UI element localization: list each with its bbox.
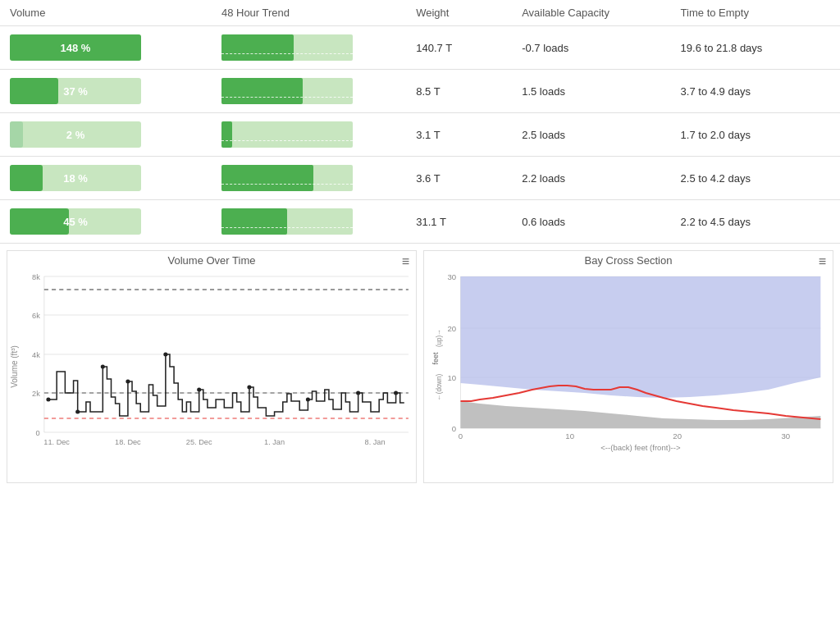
bay-chart-svg: 0 10 20 30 feet (up)→ ←(down) 0 10 20 30… xyxy=(427,268,829,465)
svg-marker-43 xyxy=(460,276,820,398)
svg-point-19 xyxy=(163,353,167,357)
trend-bar-container xyxy=(221,34,353,61)
volume-over-time-chart: Volume Over Time ≡ Volume (ft³) 8k 6k 4k… xyxy=(7,250,417,483)
svg-text:8k: 8k xyxy=(32,273,40,281)
trend-bar-container xyxy=(221,121,353,148)
table-row: 45 %31.1 T0.6 loads2.2 to 4.5 days xyxy=(0,200,840,244)
trend-dashed-line xyxy=(221,140,353,141)
svg-text:8. Jan: 8. Jan xyxy=(365,438,386,446)
volume-bar-container: 18 % xyxy=(10,165,141,191)
trend-bar-fill xyxy=(221,121,232,148)
available-capacity-cell: 0.6 loads xyxy=(512,200,670,244)
svg-text:18. Dec: 18. Dec xyxy=(115,438,141,446)
svg-point-15 xyxy=(46,398,50,402)
svg-text:←(down): ←(down) xyxy=(436,374,443,401)
svg-text:20: 20 xyxy=(673,432,682,441)
svg-text:Volume (ft³): Volume (ft³) xyxy=(11,345,19,388)
volume-label: 18 % xyxy=(10,165,141,191)
volume-bar-container: 2 % xyxy=(10,121,141,148)
weight-cell: 3.6 T xyxy=(406,157,512,200)
trend-bar-fill xyxy=(221,34,294,61)
svg-point-24 xyxy=(394,391,398,395)
col-header-volume: Volume xyxy=(0,0,212,26)
trend-bar-container xyxy=(221,208,353,235)
svg-text:30: 30 xyxy=(781,432,790,441)
volume-chart-svg: Volume (ft³) 8k 6k 4k 2k 0 xyxy=(11,268,413,465)
trend-cell xyxy=(212,157,406,200)
table-row: 37 %8.5 T1.5 loads3.7 to 4.9 days xyxy=(0,70,840,113)
svg-point-23 xyxy=(356,391,360,395)
table-row: 148 %140.7 T-0.7 loads19.6 to 21.8 days xyxy=(0,26,840,70)
trend-bar-fill xyxy=(221,208,287,235)
volume-chart-title: Volume Over Time xyxy=(11,254,413,267)
svg-point-17 xyxy=(101,365,105,369)
svg-text:4k: 4k xyxy=(32,351,40,359)
trend-cell xyxy=(212,26,406,70)
svg-text:25. Dec: 25. Dec xyxy=(186,438,212,446)
svg-text:feet: feet xyxy=(431,352,440,364)
available-capacity-cell: 1.5 loads xyxy=(512,70,670,113)
trend-cell xyxy=(212,113,406,157)
svg-text:6k: 6k xyxy=(32,312,40,320)
volume-cell: 37 % xyxy=(0,70,212,113)
svg-text:0: 0 xyxy=(459,432,463,441)
trend-cell xyxy=(212,70,406,113)
volume-bar-container: 148 % xyxy=(10,34,141,61)
svg-point-18 xyxy=(126,380,130,384)
volume-label: 45 % xyxy=(10,208,141,235)
time-to-empty-cell: 2.2 to 4.5 days xyxy=(671,200,840,244)
col-header-time: Time to Empty xyxy=(671,0,840,26)
svg-text:30: 30 xyxy=(448,273,457,281)
available-capacity-cell: -0.7 loads xyxy=(512,26,670,70)
svg-point-22 xyxy=(306,398,310,402)
charts-section: Volume Over Time ≡ Volume (ft³) 8k 6k 4k… xyxy=(0,244,840,490)
volume-label: 2 % xyxy=(10,121,141,148)
svg-point-16 xyxy=(75,410,80,414)
time-to-empty-cell: 19.6 to 21.8 days xyxy=(671,26,840,70)
svg-text:0: 0 xyxy=(36,429,40,437)
time-to-empty-cell: 1.7 to 2.0 days xyxy=(671,113,840,157)
volume-chart-menu-icon[interactable]: ≡ xyxy=(402,254,409,269)
time-to-empty-cell: 3.7 to 4.9 days xyxy=(671,70,840,113)
table-row: 2 %3.1 T2.5 loads1.7 to 2.0 days xyxy=(0,113,840,157)
volume-bar-container: 45 % xyxy=(10,208,141,235)
volume-cell: 45 % xyxy=(0,200,212,244)
trend-dashed-line xyxy=(221,97,353,98)
volume-cell: 18 % xyxy=(0,157,212,200)
volume-label: 148 % xyxy=(10,34,141,61)
col-header-weight: Weight xyxy=(406,0,512,26)
svg-text:20: 20 xyxy=(448,325,457,333)
weight-cell: 3.1 T xyxy=(406,113,512,157)
weight-cell: 8.5 T xyxy=(406,70,512,113)
trend-bar-fill xyxy=(221,165,313,191)
svg-text:(up)→: (up)→ xyxy=(436,329,443,347)
weight-cell: 140.7 T xyxy=(406,26,512,70)
svg-text:1. Jan: 1. Jan xyxy=(264,438,285,446)
trend-dashed-line xyxy=(221,184,353,185)
data-table: Volume 48 Hour Trend Weight Available Ca… xyxy=(0,0,840,244)
trend-bar-fill xyxy=(221,78,303,104)
svg-text:10: 10 xyxy=(448,374,457,382)
volume-bar-container: 37 % xyxy=(10,78,141,104)
trend-dashed-line xyxy=(221,227,353,228)
svg-marker-44 xyxy=(460,401,820,428)
volume-cell: 148 % xyxy=(0,26,212,70)
trend-bar-container xyxy=(221,78,353,104)
volume-label: 37 % xyxy=(10,78,141,104)
bay-cross-section-chart: Bay Cross Section ≡ 0 10 20 30 feet (up)… xyxy=(423,250,833,483)
table-row: 18 %3.6 T2.2 loads2.5 to 4.2 days xyxy=(0,157,840,200)
col-header-available: Available Capacity xyxy=(512,0,670,26)
svg-point-21 xyxy=(247,386,251,390)
bay-chart-title: Bay Cross Section xyxy=(427,254,829,267)
volume-cell: 2 % xyxy=(0,113,212,157)
svg-text:11. Dec: 11. Dec xyxy=(43,438,70,446)
weight-cell: 31.1 T xyxy=(406,200,512,244)
col-header-trend: 48 Hour Trend xyxy=(212,0,406,26)
time-to-empty-cell: 2.5 to 4.2 days xyxy=(671,157,840,200)
bay-chart-menu-icon[interactable]: ≡ xyxy=(819,254,826,269)
svg-text:0: 0 xyxy=(452,425,456,433)
svg-text:<--(back)  feet  (front)-->: <--(back) feet (front)--> xyxy=(600,444,680,452)
svg-point-20 xyxy=(197,388,201,392)
trend-cell xyxy=(212,200,406,244)
svg-text:2k: 2k xyxy=(32,390,40,398)
